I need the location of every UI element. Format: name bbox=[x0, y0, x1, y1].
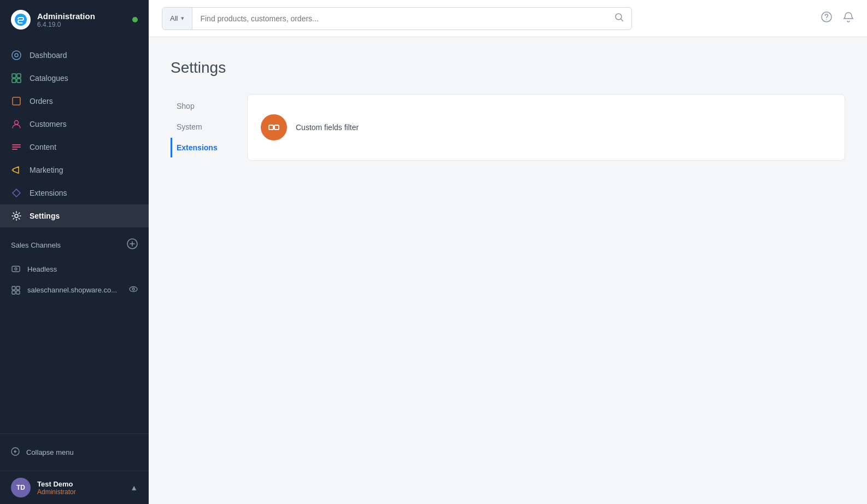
catalogues-icon bbox=[11, 73, 22, 84]
sidebar-nav: Dashboard Catalogues Orders Customers Co… bbox=[0, 39, 149, 232]
sidebar-item-label: Settings bbox=[30, 212, 60, 220]
sales-channels-header: Sales Channels bbox=[0, 232, 149, 259]
svg-rect-10 bbox=[12, 146, 21, 148]
search-filter-label: All bbox=[170, 14, 178, 22]
svg-rect-27 bbox=[274, 125, 279, 130]
settings-nav-shop[interactable]: Shop bbox=[171, 96, 247, 116]
svg-rect-9 bbox=[12, 144, 21, 145]
sidebar-item-label: Dashboard bbox=[30, 51, 67, 60]
content-icon bbox=[11, 142, 22, 153]
sidebar-item-saleschannel[interactable]: saleschannel.shopware.co... bbox=[0, 279, 149, 301]
svg-rect-11 bbox=[12, 149, 17, 150]
app-version: 6.4.19.0 bbox=[37, 21, 126, 28]
svg-rect-5 bbox=[12, 79, 16, 83]
sidebar: Administration 6.4.19.0 Dashboard Catalo… bbox=[0, 0, 149, 504]
svg-rect-14 bbox=[12, 266, 20, 272]
chevron-down-icon: ▾ bbox=[181, 15, 184, 22]
sidebar-item-label: Customers bbox=[30, 120, 67, 128]
svg-rect-19 bbox=[16, 291, 20, 294]
svg-point-12 bbox=[15, 214, 18, 218]
sidebar-item-content[interactable]: Content bbox=[0, 136, 149, 159]
svg-point-23 bbox=[616, 14, 622, 20]
customers-icon bbox=[11, 119, 22, 130]
svg-point-1 bbox=[12, 51, 21, 60]
sales-channels-title: Sales Channels bbox=[11, 241, 61, 249]
notifications-button[interactable] bbox=[843, 11, 854, 25]
sidebar-item-settings[interactable]: Settings bbox=[0, 204, 149, 227]
status-dot bbox=[132, 17, 138, 22]
svg-rect-3 bbox=[12, 74, 16, 78]
orders-icon bbox=[11, 96, 22, 107]
svg-rect-7 bbox=[13, 97, 20, 105]
settings-layout: Shop System Extensions Custom fields fil… bbox=[171, 94, 845, 161]
page-content: Settings Shop System Extensions bbox=[149, 37, 867, 504]
extension-name: Custom fields filter bbox=[296, 123, 359, 132]
main-content: All ▾ Settings Shop System Extension bbox=[149, 0, 867, 504]
svg-point-8 bbox=[15, 121, 19, 125]
settings-nav: Shop System Extensions bbox=[171, 94, 247, 159]
sidebar-item-marketing[interactable]: Marketing bbox=[0, 159, 149, 181]
saleschannel-label: saleschannel.shopware.co... bbox=[27, 286, 117, 294]
add-sales-channel-button[interactable] bbox=[127, 238, 138, 252]
sidebar-item-headless[interactable]: Headless bbox=[0, 259, 149, 279]
settings-nav-system[interactable]: System bbox=[171, 117, 247, 137]
svg-rect-18 bbox=[12, 291, 15, 294]
user-role: Administrator bbox=[37, 488, 76, 496]
user-info: Test Demo Administrator bbox=[37, 480, 76, 496]
chevron-up-icon: ▲ bbox=[130, 483, 138, 492]
settings-panel: Custom fields filter bbox=[247, 94, 845, 161]
topbar: All ▾ bbox=[149, 0, 867, 37]
svg-rect-6 bbox=[17, 79, 21, 83]
help-button[interactable] bbox=[821, 11, 832, 25]
sidebar-item-orders[interactable]: Orders bbox=[0, 90, 149, 113]
user-avatar: TD bbox=[11, 478, 31, 497]
svg-rect-16 bbox=[12, 286, 15, 290]
sidebar-title-wrap: Administration 6.4.19.0 bbox=[37, 11, 126, 28]
sidebar-footer: Collapse menu bbox=[0, 433, 149, 471]
sidebar-item-label: Content bbox=[30, 143, 56, 151]
app-logo bbox=[11, 10, 31, 30]
search-wrapper: All ▾ bbox=[162, 7, 632, 30]
sidebar-header: Administration 6.4.19.0 bbox=[0, 0, 149, 39]
eye-icon[interactable] bbox=[129, 285, 138, 295]
sidebar-item-label: Orders bbox=[30, 97, 53, 106]
extensions-icon bbox=[11, 187, 22, 198]
extension-item-custom-fields-filter[interactable]: Custom fields filter bbox=[261, 106, 831, 149]
collapse-icon bbox=[11, 447, 20, 458]
user-name: Test Demo bbox=[37, 480, 76, 488]
svg-rect-4 bbox=[17, 74, 21, 78]
marketing-icon bbox=[11, 165, 22, 175]
sidebar-item-label: Catalogues bbox=[30, 74, 68, 83]
sidebar-item-label: Extensions bbox=[30, 189, 67, 197]
svg-rect-17 bbox=[16, 286, 20, 290]
saleschannel-icon bbox=[11, 285, 21, 295]
svg-point-0 bbox=[15, 14, 27, 26]
page-title: Settings bbox=[171, 59, 845, 77]
search-filter-button[interactable]: All ▾ bbox=[162, 8, 192, 30]
extension-icon bbox=[261, 114, 287, 140]
collapse-menu-button[interactable]: Collapse menu bbox=[11, 443, 138, 462]
settings-nav-extensions[interactable]: Extensions bbox=[171, 138, 247, 157]
app-name: Administration bbox=[37, 11, 126, 21]
collapse-menu-label: Collapse menu bbox=[26, 448, 74, 456]
sidebar-item-extensions[interactable]: Extensions bbox=[0, 181, 149, 204]
user-section[interactable]: TD Test Demo Administrator ▲ bbox=[0, 471, 149, 504]
sidebar-item-label: Marketing bbox=[30, 166, 63, 174]
dashboard-icon bbox=[11, 50, 22, 61]
svg-point-21 bbox=[132, 288, 134, 290]
sidebar-item-dashboard[interactable]: Dashboard bbox=[0, 44, 149, 67]
svg-point-15 bbox=[15, 268, 17, 270]
topbar-actions bbox=[821, 11, 854, 25]
search-submit-button[interactable] bbox=[607, 8, 631, 30]
settings-icon bbox=[11, 210, 22, 221]
svg-rect-26 bbox=[269, 125, 273, 130]
headless-label: Headless bbox=[27, 265, 57, 273]
sidebar-item-catalogues[interactable]: Catalogues bbox=[0, 67, 149, 90]
svg-point-2 bbox=[15, 54, 18, 57]
svg-point-25 bbox=[826, 19, 827, 20]
headless-icon bbox=[11, 264, 21, 274]
svg-point-20 bbox=[130, 287, 137, 292]
search-input[interactable] bbox=[192, 14, 607, 23]
sidebar-item-customers[interactable]: Customers bbox=[0, 113, 149, 136]
